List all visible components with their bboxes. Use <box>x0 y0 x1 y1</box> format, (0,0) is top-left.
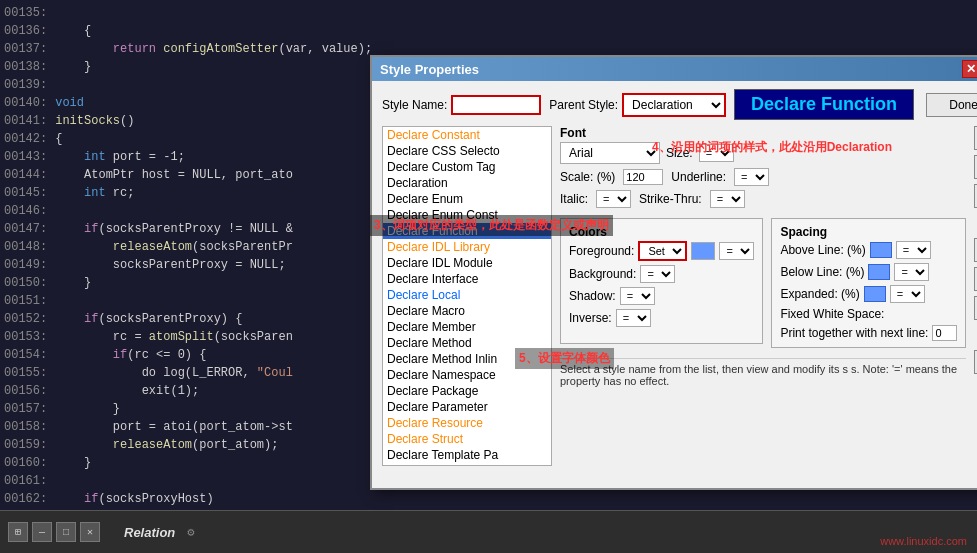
style-properties-dialog: Style Properties ✕ Style Name: Parent St… <box>370 55 977 490</box>
list-item-declare-template[interactable]: Declare Template Pa <box>383 447 551 463</box>
font-name-select[interactable]: Arial <box>560 142 660 164</box>
list-item-declare-method-inline[interactable]: Declare Method Inlin <box>383 351 551 367</box>
watermark: www.linuxidc.com <box>880 535 967 547</box>
italic-select[interactable]: = <box>596 190 631 208</box>
above-line-label: Above Line: (%) <box>780 243 865 257</box>
foreground-color-swatch[interactable] <box>691 242 715 260</box>
strike-thru-label: Strike-Thru: <box>639 192 702 206</box>
foreground-eq-select[interactable]: = <box>719 242 754 260</box>
list-item-declaration[interactable]: Declaration <box>383 175 551 191</box>
expanded-select[interactable]: = <box>890 285 925 303</box>
dialog-titlebar: Style Properties ✕ <box>372 57 977 81</box>
colors-label: Colors <box>569 225 754 239</box>
list-item-declare-macro[interactable]: Declare Macro <box>383 303 551 319</box>
bottom-icon-4[interactable]: ✕ <box>80 522 100 542</box>
expanded-label: Expanded: (%) <box>780 287 859 301</box>
colors-section: Colors Foreground: Set = = <box>560 218 763 344</box>
list-item-declare-idl-library[interactable]: Declare IDL Library <box>383 239 551 255</box>
bottom-icons: ⊞ — □ ✕ <box>8 522 100 542</box>
below-line-swatch <box>868 264 890 280</box>
colors-spacing-row: Colors Foreground: Set = = <box>560 218 966 348</box>
inverse-row: Inverse: = <box>569 309 754 327</box>
parent-style-group: Parent Style: Declaration None <box>549 93 726 117</box>
print-together-label: Print together with next line: <box>780 326 928 340</box>
style-name-group: Style Name: <box>382 95 541 115</box>
parent-style-dropdown[interactable]: Declaration None <box>624 95 724 115</box>
font-section-label: Font <box>560 126 966 140</box>
font-size-label: Size: <box>666 146 693 160</box>
below-line-row: Below Line: (%) = <box>780 263 957 281</box>
foreground-select[interactable]: Set = <box>638 241 687 261</box>
list-item-declare-interface[interactable]: Declare Interface <box>383 271 551 287</box>
relation-label: Relation <box>124 525 175 540</box>
above-line-row: Above Line: (%) = <box>780 241 957 259</box>
scale-input[interactable] <box>623 169 663 185</box>
print-together-input[interactable] <box>932 325 957 341</box>
spacing-label: Spacing <box>780 225 957 239</box>
background-select[interactable]: = <box>640 265 675 283</box>
list-item-declare-idl-module[interactable]: Declare IDL Module <box>383 255 551 271</box>
font-section: Font Arial Size: = Scale: (%) Underlin <box>560 126 966 212</box>
list-item-declare-struct[interactable]: Declare Struct <box>383 431 551 447</box>
bottom-bar: ⊞ — □ ✕ Relation ⚙ www.linuxidc.com <box>0 510 977 553</box>
below-line-label: Below Line: (%) <box>780 265 864 279</box>
right-panel: Font Arial Size: = Scale: (%) Underlin <box>560 126 966 466</box>
style-list[interactable]: Declare Constant Declare CSS Selecto Dec… <box>382 126 552 466</box>
fixed-white-row: Fixed White Space: <box>780 307 957 321</box>
italic-row: Italic: = Strike-Thru: = <box>560 190 966 208</box>
list-item-declare-css[interactable]: Declare CSS Selecto <box>383 143 551 159</box>
shadow-row: Shadow: = <box>569 287 754 305</box>
list-item-declare-method[interactable]: Declare Method <box>383 335 551 351</box>
italic-label: Italic: <box>560 192 588 206</box>
bottom-icon-2[interactable]: — <box>32 522 52 542</box>
list-item-declare-typedef[interactable]: Declare Typedef <box>383 463 551 466</box>
bottom-icon-1[interactable]: ⊞ <box>8 522 28 542</box>
strike-thru-select[interactable]: = <box>710 190 745 208</box>
declare-function-label: Declare Function <box>734 89 914 120</box>
list-item-declare-enum[interactable]: Declare Enum <box>383 191 551 207</box>
list-item-declare-namespace[interactable]: Declare Namespace <box>383 367 551 383</box>
foreground-label: Foreground: <box>569 244 634 258</box>
background-label: Background: <box>569 267 636 281</box>
underline-label: Underline: <box>671 170 726 184</box>
bottom-icon-3[interactable]: □ <box>56 522 76 542</box>
left-col: Declare Constant Declare CSS Selecto Dec… <box>382 126 552 466</box>
list-item-declare-constant[interactable]: Declare Constant <box>383 127 551 143</box>
style-name-input[interactable] <box>451 95 541 115</box>
spacing-section: Spacing Above Line: (%) = Below Line: (%… <box>771 218 966 348</box>
dialog-close-button[interactable]: ✕ <box>962 60 977 78</box>
underline-select[interactable]: = <box>734 168 769 186</box>
print-together-row: Print together with next line: <box>780 325 957 341</box>
relation-icon: ⚙ <box>187 525 194 540</box>
fixed-white-label: Fixed White Space: <box>780 307 884 321</box>
shadow-select[interactable]: = <box>620 287 655 305</box>
done-button[interactable]: Done <box>926 93 977 117</box>
scale-label: Scale: (%) <box>560 170 615 184</box>
dialog-title: Style Properties <box>380 62 479 77</box>
dialog-body: Style Name: Parent Style: Declaration No… <box>372 81 977 474</box>
font-row: Arial Size: = <box>560 142 966 164</box>
list-item-declare-parameter[interactable]: Declare Parameter <box>383 399 551 415</box>
background-row: Background: = <box>569 265 754 283</box>
list-item-declare-member[interactable]: Declare Member <box>383 319 551 335</box>
scale-row: Scale: (%) Underline: = <box>560 168 966 186</box>
list-item-declare-local[interactable]: Declare Local <box>383 287 551 303</box>
list-item-declare-enum-const[interactable]: Declare Enum Const <box>383 207 551 223</box>
dialog-status: Select a style name from the list, then … <box>560 358 966 387</box>
foreground-row: Foreground: Set = = <box>569 241 754 261</box>
inverse-label: Inverse: <box>569 311 612 325</box>
list-item-declare-package[interactable]: Declare Package <box>383 383 551 399</box>
list-item-declare-custom[interactable]: Declare Custom Tag <box>383 159 551 175</box>
below-line-select[interactable]: = <box>894 263 929 281</box>
list-item-declare-resource[interactable]: Declare Resource <box>383 415 551 431</box>
above-line-select[interactable]: = <box>896 241 931 259</box>
expanded-swatch <box>864 286 886 302</box>
font-size-select[interactable]: = <box>699 144 734 162</box>
list-item-declare-function[interactable]: Declare Function <box>383 223 551 239</box>
above-line-swatch <box>870 242 892 258</box>
parent-style-label: Parent Style: <box>549 98 618 112</box>
parent-style-select-wrapper: Declaration None <box>622 93 726 117</box>
inverse-select[interactable]: = <box>616 309 651 327</box>
shadow-label: Shadow: <box>569 289 616 303</box>
expanded-row: Expanded: (%) = <box>780 285 957 303</box>
